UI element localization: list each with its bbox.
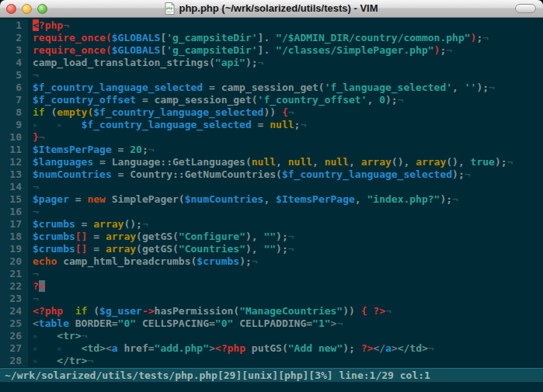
minimize-button[interactable] (22, 4, 32, 14)
line-number: 26 (0, 330, 28, 342)
code-line[interactable]: 14¬ (0, 181, 543, 193)
code-line[interactable]: 21¬ (0, 268, 543, 280)
toolbar-toggle-button[interactable] (515, 4, 536, 13)
code-line[interactable]: 18$crumbs[] = array(getGS("Configure"), … (0, 231, 543, 243)
line-number: 15 (0, 193, 28, 206)
code-text: ▸ ▸ $f_country_language_selected = null;… (28, 119, 306, 131)
line-number: 20 (0, 255, 28, 268)
code-line[interactable]: 12$languages = Language::GetLanguages(nu… (0, 156, 543, 168)
line-number: 4 (0, 57, 28, 69)
line-number: 3 (0, 44, 28, 57)
code-text: require_once($GLOBALS['g_campsiteDir']. … (28, 44, 452, 57)
code-line[interactable]: 1<?php¬ (0, 19, 543, 32)
code-text: $numCountries = Country::GetNumCountries… (28, 168, 471, 181)
code-text: ?> (28, 280, 45, 293)
line-number: 24 (0, 305, 28, 317)
line-number: 5 (0, 69, 28, 82)
code-text: $crumbs[] = array(getGS("Configure"), ""… (28, 231, 294, 243)
code-line[interactable]: 20echo camp_html_breadcrumbs($crumbs);¬ (0, 255, 543, 268)
code-text: ¬ (28, 181, 39, 193)
zoom-button[interactable] (37, 4, 47, 14)
line-number: 13 (0, 168, 28, 181)
code-text: <?php if ($g_user->hasPermission("Manage… (28, 305, 392, 317)
document-icon: php (165, 2, 175, 15)
vim-window: php php.php (~/wrk/solarized/utils/tests… (0, 0, 543, 392)
line-number: 21 (0, 268, 28, 280)
code-line[interactable]: 11$ItemsPerPage = 20;¬ (0, 144, 543, 156)
code-area[interactable]: 1<?php¬2require_once($GLOBALS['g_campsit… (0, 18, 543, 368)
line-number: 14 (0, 181, 28, 193)
code-line[interactable]: 13$numCountries = Country::GetNumCountri… (0, 168, 543, 181)
code-line[interactable]: 7$f_country_offset = camp_session_get('f… (0, 94, 543, 106)
traffic-lights (6, 4, 47, 14)
code-line[interactable]: 15$pager = new SimplePager($numCountries… (0, 193, 543, 206)
line-number: 25 (0, 317, 28, 330)
line-number: 22 (0, 280, 28, 293)
line-number: 6 (0, 82, 28, 94)
line-number: 27 (0, 342, 28, 355)
line-number: 9 (0, 119, 28, 131)
code-text: <?php¬ (28, 19, 69, 32)
code-line[interactable]: 2require_once($GLOBALS['g_campsiteDir'].… (0, 32, 543, 44)
code-text: $f_country_offset = camp_session_get('f_… (28, 94, 403, 106)
line-number: 23 (0, 293, 28, 305)
line-number: 17 (0, 218, 28, 231)
code-line[interactable]: 24<?php if ($g_user->hasPermission("Mana… (0, 305, 543, 317)
code-text: $crumbs = array();¬ (28, 218, 148, 231)
code-text: <table BORDER="0" CELLSPACING="0" CELLPA… (28, 317, 343, 330)
code-text: ¬ (28, 69, 39, 82)
code-text: }¬ (28, 131, 45, 144)
code-line[interactable]: 9▸ ▸ $f_country_language_selected = null… (0, 119, 543, 131)
line-number: 1 (0, 19, 28, 32)
code-text: $crumbs[] = array(getGS("Countries"), ""… (28, 243, 294, 255)
code-text: echo camp_html_breadcrumbs($crumbs);¬ (28, 255, 258, 268)
code-line[interactable]: 19$crumbs[] = array(getGS("Countries"), … (0, 243, 543, 255)
code-line[interactable]: 8if (empty($f_country_language_selected)… (0, 106, 543, 119)
code-text: ▸ <tr>¬ (28, 330, 87, 342)
code-text: $f_country_language_selected = camp_sess… (28, 82, 495, 94)
code-text: if (empty($f_country_language_selected))… (28, 106, 294, 119)
line-number: 18 (0, 231, 28, 243)
code-line[interactable]: 26▸ <tr>¬ (0, 330, 543, 342)
code-line[interactable]: 22?> (0, 280, 543, 293)
command-line (0, 382, 543, 392)
line-number: 10 (0, 131, 28, 144)
line-number: 19 (0, 243, 28, 255)
code-text: ¬ (28, 268, 39, 280)
code-line[interactable]: 10}¬ (0, 131, 543, 144)
code-line[interactable]: 5¬ (0, 69, 543, 82)
code-text: ▸ ▸ <td><a href="add.php"><?php putGS("A… (28, 342, 434, 355)
code-line[interactable]: 6$f_country_language_selected = camp_ses… (0, 82, 543, 94)
line-number: 16 (0, 206, 28, 218)
code-text: ¬ (28, 206, 39, 218)
title-area: php php.php (~/wrk/solarized/utils/tests… (0, 0, 543, 16)
line-number: 7 (0, 94, 28, 106)
line-number: 28 (0, 355, 28, 367)
code-line[interactable]: 16¬ (0, 206, 543, 218)
titlebar: php php.php (~/wrk/solarized/utils/tests… (0, 0, 543, 18)
code-text: camp_load_translation_strings("api");¬ (28, 57, 263, 69)
line-number: 12 (0, 156, 28, 168)
code-text: $ItemsPerPage = 20;¬ (28, 144, 155, 156)
window-title: php.php (~/wrk/solarized/utils/tests) - … (179, 2, 378, 14)
code-line[interactable]: 17$crumbs = array();¬ (0, 218, 543, 231)
code-line[interactable]: 23¬ (0, 293, 543, 305)
code-text: $languages = Language::GetLanguages(null… (28, 156, 513, 168)
code-text: require_once($GLOBALS['g_campsiteDir']. … (28, 32, 489, 44)
line-number: 11 (0, 144, 28, 156)
code-line[interactable]: 27▸ ▸ <td><a href="add.php"><?php putGS(… (0, 342, 543, 355)
status-line: ~/wrk/solarized/utils/tests/php.php[29][… (0, 368, 543, 382)
code-line[interactable]: 28▸ </tr>¬ (0, 355, 543, 367)
close-button[interactable] (6, 4, 16, 14)
code-line[interactable]: 25<table BORDER="0" CELLSPACING="0" CELL… (0, 317, 543, 330)
code-line[interactable]: 3require_once($GLOBALS['g_campsiteDir'].… (0, 44, 543, 57)
code-line[interactable]: 4camp_load_translation_strings("api");¬ (0, 57, 543, 69)
code-text: $pager = new SimplePager($numCountries, … (28, 193, 458, 206)
line-number: 8 (0, 106, 28, 119)
code-text: ¬ (28, 293, 39, 305)
line-number: 2 (0, 32, 28, 44)
code-text: ▸ </tr>¬ (28, 355, 93, 367)
svg-text:php: php (166, 6, 172, 10)
